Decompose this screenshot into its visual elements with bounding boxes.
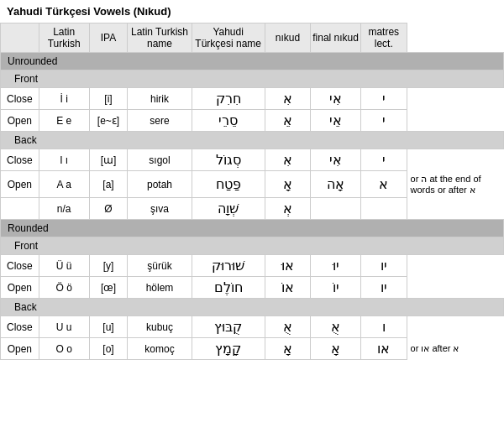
note-value (407, 316, 503, 338)
openclose-label: Open (1, 171, 39, 198)
note-value (407, 198, 503, 220)
note-value (407, 110, 503, 132)
subsection-header-front: Front (1, 70, 504, 88)
openclose-label: Close (1, 88, 39, 110)
ipa-value: [u] (89, 316, 128, 338)
nikud-value: אִ (265, 88, 310, 110)
finalnikud-value: יוֹ (311, 277, 361, 299)
note-value (407, 255, 503, 277)
subsection-header-front: Front (1, 237, 504, 255)
matres-value: א (361, 171, 407, 198)
openclose-label: Close (1, 316, 39, 338)
nikud-value: אְ (265, 198, 310, 220)
yahudi-value: שְׁוָה (192, 198, 265, 220)
ipa-value: [ɯ] (89, 149, 128, 171)
matres-value (361, 198, 407, 220)
openclose-label: Close (1, 255, 39, 277)
openclose-label: Open (1, 277, 39, 299)
latin-value: O o (39, 338, 89, 360)
note-value (407, 277, 503, 299)
latin-value: U u (39, 316, 89, 338)
yahudi-value: קֻבּוּץ (192, 316, 265, 338)
latinname-value: potah (128, 171, 192, 198)
section-header-rounded: Rounded (1, 220, 504, 237)
latinname-value: hirik (128, 88, 192, 110)
subsection-header-back: Back (1, 299, 504, 316)
latin-value: I ı (39, 149, 89, 171)
ipa-value: [a] (89, 171, 128, 198)
yahudi-value: סְגוֹל (192, 149, 265, 171)
matres-value: יו (361, 277, 407, 299)
nikud-value: אֻ (265, 316, 310, 338)
yahudi-value: שׁוּרוּק (192, 255, 265, 277)
matres-value: י (361, 110, 407, 132)
subsection-header-back: Back (1, 132, 504, 149)
finalnikud-value: אִי (311, 88, 361, 110)
latinname-value: şıva (128, 198, 192, 220)
header-matres: matres lect. (361, 23, 407, 53)
yahudi-value: קָמָץ (192, 338, 265, 360)
openclose-label: Open (1, 338, 39, 360)
yahudi-value: חִרִק (192, 88, 265, 110)
ipa-value: [o] (89, 338, 128, 360)
header-note (407, 23, 503, 53)
latinname-value: sere (128, 110, 192, 132)
ipa-value: Ø (89, 198, 128, 220)
latinname-value: şürük (128, 255, 192, 277)
yahudi-value: פַּטַח (192, 171, 265, 198)
header-yahudi-name: Yahudi Türkçesi name (192, 23, 265, 53)
note-value (407, 88, 503, 110)
ipa-value: [œ] (89, 277, 128, 299)
finalnikud-value: אִי (311, 149, 361, 171)
nikud-value: אוֹ (265, 277, 310, 299)
finalnikud-value: יוּ (311, 255, 361, 277)
finalnikud-value: אֻ (311, 316, 361, 338)
matres-value: יו (361, 255, 407, 277)
header-final-nikud: final nıkud (311, 23, 361, 53)
finalnikud-value (311, 198, 361, 220)
nikud-value: אִ (265, 149, 310, 171)
header-empty (1, 23, 39, 53)
latinname-value: sıgol (128, 149, 192, 171)
title: Yahudi Türkçesi Vowels (Nıkud) (0, 0, 504, 23)
latin-value: n/a (39, 198, 89, 220)
header-latin-turkish-name: Latin Turkish name (128, 23, 192, 53)
latin-value: Ö ö (39, 277, 89, 299)
latinname-value: komoç (128, 338, 192, 360)
nikud-value: אֵ (265, 110, 310, 132)
openclose-label: Open (1, 110, 39, 132)
header-nikud: nıkud (265, 23, 310, 53)
note-value (407, 149, 503, 171)
latin-value: İ i (39, 88, 89, 110)
matres-value: או (361, 338, 407, 360)
header-ipa: IPA (89, 23, 128, 53)
finalnikud-value: אָ (311, 338, 361, 360)
finalnikud-value: אָה (311, 171, 361, 198)
finalnikud-value: אֵי (311, 110, 361, 132)
matres-value: י (361, 88, 407, 110)
yahudi-value: חוֹלֶם (192, 277, 265, 299)
matres-value: י (361, 149, 407, 171)
latinname-value: kubuç (128, 316, 192, 338)
nikud-value: אָ (265, 171, 310, 198)
ipa-value: [e~ɛ] (89, 110, 128, 132)
section-header-unrounded: Unrounded (1, 53, 504, 70)
ipa-value: [i] (89, 88, 128, 110)
nikud-value: אָ (265, 338, 310, 360)
yahudi-value: סֵרֵי (192, 110, 265, 132)
latin-value: Ü ü (39, 255, 89, 277)
openclose-label (1, 198, 39, 220)
note-value: or ה at the end of words or after א (407, 171, 503, 198)
note-value: or או after א (407, 338, 503, 360)
latinname-value: hölem (128, 277, 192, 299)
openclose-label: Close (1, 149, 39, 171)
matres-value: ו (361, 316, 407, 338)
nikud-value: אוּ (265, 255, 310, 277)
ipa-value: [y] (89, 255, 128, 277)
header-latin-turkish: LatinTurkish (39, 23, 89, 53)
latin-value: E e (39, 110, 89, 132)
latin-value: A a (39, 171, 89, 198)
